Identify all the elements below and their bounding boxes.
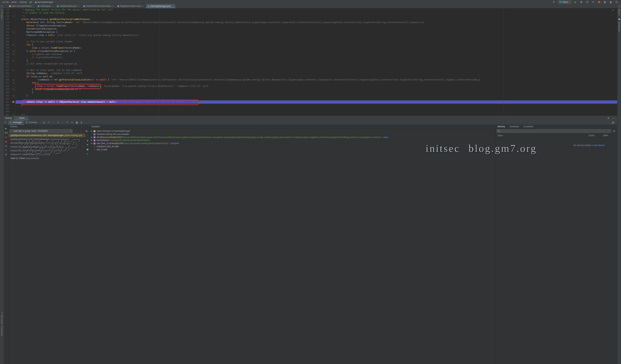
- fold-icon[interactable]: −: [13, 16, 14, 17]
- up-stack-icon[interactable]: ↑: [74, 129, 77, 133]
- value-link[interactable]: Navigate: [171, 142, 179, 145]
- step-into-icon[interactable]: ↓: [52, 121, 55, 124]
- gutter-cell[interactable]: −: [12, 88, 16, 91]
- code-line[interactable]: 134 * @return The object factory for the…: [4, 8, 617, 11]
- line-number[interactable]: 141: [4, 31, 12, 34]
- line-number[interactable]: 161: [4, 94, 12, 97]
- memory-search-input[interactable]: [497, 129, 611, 133]
- line-number[interactable]: 139: [4, 24, 12, 27]
- gutter-cell[interactable]: [12, 104, 16, 107]
- line-number[interactable]: 143: [4, 37, 12, 40]
- fold-icon[interactable]: −: [13, 114, 14, 116]
- breadcrumb-item[interactable]: naming: [19, 1, 27, 3]
- pause-icon[interactable]: [4, 131, 8, 135]
- line-number[interactable]: 146: [4, 46, 12, 49]
- line-number[interactable]: 135: [4, 11, 12, 14]
- build-icon[interactable]: [552, 0, 555, 4]
- line-number[interactable]: 145: [4, 43, 12, 46]
- resume-icon[interactable]: ▶: [4, 127, 8, 130]
- gutter-cell[interactable]: [12, 62, 16, 65]
- code-line[interactable]: 160 }: [4, 91, 617, 94]
- editor-tab[interactable]: CClient.java×: [36, 4, 55, 8]
- code-line[interactable]: 155 if (clas == null &&: [4, 75, 617, 78]
- code-line[interactable]: 148− // ignore and continue: [4, 53, 617, 56]
- stop-button[interactable]: [597, 0, 601, 4]
- down-stack-icon[interactable]: ↓: [79, 129, 83, 133]
- editor-tab[interactable]: CRegistryContext.class×: [116, 4, 146, 8]
- stop-icon[interactable]: ■: [4, 135, 8, 139]
- gutter-cell[interactable]: −: [12, 113, 16, 116]
- gutter-cell[interactable]: −: [12, 43, 16, 46]
- database-icon[interactable]: [618, 18, 620, 20]
- fold-icon[interactable]: −: [13, 69, 14, 71]
- column-header-class[interactable]: Class: [496, 134, 587, 138]
- notifications-icon[interactable]: [618, 5, 621, 7]
- line-number[interactable]: 150: [4, 59, 12, 62]
- code-line[interactable]: 167− /**: [4, 113, 617, 116]
- code-line[interactable]: 136− */: [4, 15, 617, 18]
- tab-overhead[interactable]: Overhead: [510, 125, 519, 128]
- gutter-cell[interactable]: −: [12, 59, 16, 62]
- tab-console[interactable]: Console: [24, 120, 39, 125]
- code-line[interactable]: 151 // All other exceptions are passed u…: [4, 62, 617, 65]
- gutter-cell[interactable]: −: [12, 31, 16, 34]
- close-icon[interactable]: ×: [172, 5, 173, 7]
- fold-icon[interactable]: −: [13, 95, 14, 97]
- close-icon[interactable]: ×: [33, 5, 34, 7]
- filter-icon[interactable]: ▼: [85, 129, 88, 133]
- layout-settings-icon[interactable]: ▤: [611, 121, 615, 124]
- code-line[interactable]: 166: [4, 110, 617, 113]
- line-number[interactable]: 156: [4, 78, 12, 81]
- layout-grid-icon[interactable]: ▦: [603, 0, 606, 4]
- gutter-cell[interactable]: [12, 40, 16, 43]
- breakpoint-icon[interactable]: ✓: [12, 101, 14, 103]
- line-number[interactable]: 166: [4, 110, 12, 113]
- code-line[interactable]: 137 static ObjectFactory getObjectFactor…: [4, 18, 617, 21]
- gutter-cell[interactable]: [12, 34, 16, 37]
- code-editor[interactable]: 134 * @return The object factory for the…: [4, 8, 617, 116]
- evaluate-expression-icon[interactable]: ▦: [75, 121, 79, 124]
- fold-icon[interactable]: −: [13, 53, 14, 55]
- gutter-cell[interactable]: [12, 27, 16, 30]
- line-number[interactable]: 160: [4, 91, 12, 94]
- settings-icon[interactable]: ⚙: [4, 153, 8, 156]
- line-number[interactable]: 140: [4, 27, 12, 30]
- fold-icon[interactable]: −: [13, 79, 14, 81]
- sidebar-item-database[interactable]: Database: [618, 22, 620, 32]
- memory-settings-gear-icon[interactable]: ⚙: [612, 129, 616, 133]
- collapse-all-icon[interactable]: −: [86, 134, 89, 138]
- code-line[interactable]: 141− MalformedURLException {: [4, 31, 617, 34]
- code-line[interactable]: 154 String codebase; codebase (slot_3): …: [4, 72, 617, 75]
- line-number[interactable]: 136: [4, 15, 12, 18]
- editor-tab[interactable]: CGenericURLContext.class×: [82, 4, 116, 8]
- fold-icon[interactable]: −: [13, 60, 14, 62]
- debug-bug-icon[interactable]: [580, 0, 583, 4]
- code-line[interactable]: 149 // e.printStackTrace();: [4, 56, 617, 59]
- gutter-cell[interactable]: [12, 18, 16, 21]
- gutter-cell[interactable]: [12, 72, 16, 75]
- line-number[interactable]: 152: [4, 65, 12, 69]
- line-number[interactable]: 157: [4, 81, 12, 85]
- inspections-ok-icon[interactable]: ✓: [612, 9, 614, 11]
- step-out-icon[interactable]: ↑: [61, 121, 65, 124]
- show-execution-point-icon[interactable]: ◎: [42, 121, 46, 124]
- run-to-cursor-icon[interactable]: ↦: [70, 121, 74, 124]
- trace-settings-icon[interactable]: ≣: [80, 121, 83, 124]
- line-number[interactable]: 167: [4, 113, 12, 116]
- run-button[interactable]: ▶: [574, 0, 577, 4]
- gutter-cell[interactable]: [12, 97, 16, 100]
- close-icon[interactable]: ×: [113, 5, 114, 7]
- close-icon[interactable]: ×: [52, 5, 53, 7]
- editor-tab[interactable]: CNamingManager.java×: [146, 4, 175, 8]
- tab-debugger[interactable]: Debugger: [8, 120, 24, 125]
- gutter-cell[interactable]: [12, 11, 16, 14]
- code-line[interactable]: 150− }: [4, 59, 617, 62]
- editor-tab[interactable]: CInitialContext.java×: [55, 4, 82, 8]
- gutter-cell[interactable]: [12, 56, 16, 59]
- fold-icon[interactable]: −: [13, 51, 14, 52]
- variable-row[interactable]: iVariables debug info not available: [90, 133, 495, 136]
- line-number[interactable]: 164: [4, 104, 12, 107]
- breadcrumb-item[interactable]: spi: [29, 1, 32, 3]
- code-line[interactable]: 156− (codebase = ref.getFactoryClassLoca…: [4, 78, 617, 81]
- line-number[interactable]: 162: [4, 97, 12, 100]
